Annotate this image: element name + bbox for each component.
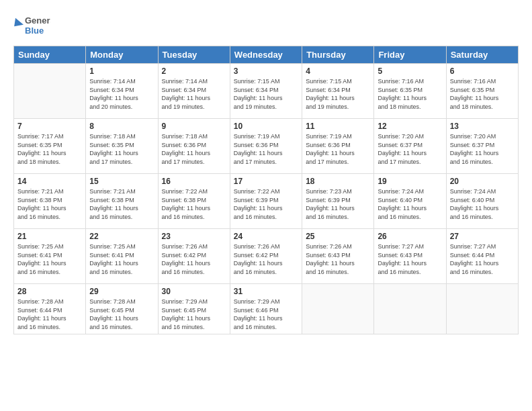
day-info: Sunrise: 7:23 AM Sunset: 6:39 PM Dayligh… [306, 187, 370, 221]
day-number: 31 [234, 287, 298, 296]
day-number: 16 [162, 177, 226, 186]
calendar-day-cell: 30Sunrise: 7:29 AM Sunset: 6:45 PM Dayli… [158, 284, 230, 334]
calendar-day-cell: 5Sunrise: 7:16 AM Sunset: 6:35 PM Daylig… [374, 64, 446, 119]
day-number: 26 [378, 232, 442, 241]
calendar-day-cell: 10Sunrise: 7:19 AM Sunset: 6:36 PM Dayli… [230, 119, 302, 174]
empty-cell [446, 284, 518, 334]
day-info: Sunrise: 7:26 AM Sunset: 6:42 PM Dayligh… [162, 242, 226, 276]
calendar-week-row: 21Sunrise: 7:25 AM Sunset: 6:41 PM Dayli… [14, 229, 519, 284]
day-number: 25 [306, 232, 370, 241]
day-info: Sunrise: 7:29 AM Sunset: 6:46 PM Dayligh… [234, 298, 298, 331]
logo: GeneralBlue [13, 12, 50, 38]
day-info: Sunrise: 7:29 AM Sunset: 6:45 PM Dayligh… [162, 298, 226, 331]
calendar-day-cell: 17Sunrise: 7:22 AM Sunset: 6:39 PM Dayli… [230, 174, 302, 229]
day-number: 18 [306, 177, 370, 186]
day-number: 2 [162, 66, 226, 76]
day-number: 13 [450, 122, 515, 131]
day-number: 30 [162, 287, 226, 296]
day-number: 15 [89, 177, 154, 186]
empty-cell [374, 284, 446, 334]
day-info: Sunrise: 7:24 AM Sunset: 6:40 PM Dayligh… [450, 187, 515, 221]
day-number: 28 [17, 287, 82, 296]
day-number: 20 [450, 177, 515, 186]
day-info: Sunrise: 7:28 AM Sunset: 6:44 PM Dayligh… [17, 298, 82, 331]
calendar-day-cell: 11Sunrise: 7:19 AM Sunset: 6:36 PM Dayli… [302, 119, 374, 174]
day-info: Sunrise: 7:18 AM Sunset: 6:36 PM Dayligh… [162, 132, 226, 166]
calendar-day-cell: 14Sunrise: 7:21 AM Sunset: 6:38 PM Dayli… [14, 174, 86, 229]
calendar-day-cell: 22Sunrise: 7:25 AM Sunset: 6:41 PM Dayli… [86, 229, 158, 284]
day-info: Sunrise: 7:21 AM Sunset: 6:38 PM Dayligh… [89, 187, 154, 221]
day-info: Sunrise: 7:18 AM Sunset: 6:35 PM Dayligh… [89, 132, 154, 166]
day-number: 23 [162, 232, 226, 241]
calendar-day-cell: 4Sunrise: 7:15 AM Sunset: 6:34 PM Daylig… [302, 64, 374, 119]
calendar-day-cell: 28Sunrise: 7:28 AM Sunset: 6:44 PM Dayli… [14, 284, 86, 334]
day-header-saturday: Saturday [446, 46, 518, 64]
day-number: 5 [378, 66, 442, 76]
calendar-day-cell: 26Sunrise: 7:27 AM Sunset: 6:43 PM Dayli… [374, 229, 446, 284]
calendar-day-cell: 19Sunrise: 7:24 AM Sunset: 6:40 PM Dayli… [374, 174, 446, 229]
day-info: Sunrise: 7:21 AM Sunset: 6:38 PM Dayligh… [17, 187, 82, 221]
day-info: Sunrise: 7:19 AM Sunset: 6:36 PM Dayligh… [306, 132, 370, 166]
calendar-day-cell: 20Sunrise: 7:24 AM Sunset: 6:40 PM Dayli… [446, 174, 518, 229]
day-header-wednesday: Wednesday [230, 46, 302, 64]
day-number: 22 [89, 232, 154, 241]
calendar-day-cell: 27Sunrise: 7:27 AM Sunset: 6:44 PM Dayli… [446, 229, 518, 284]
day-info: Sunrise: 7:26 AM Sunset: 6:43 PM Dayligh… [306, 242, 370, 276]
day-info: Sunrise: 7:28 AM Sunset: 6:45 PM Dayligh… [89, 298, 154, 331]
empty-cell [302, 284, 374, 334]
calendar-day-cell: 3Sunrise: 7:15 AM Sunset: 6:34 PM Daylig… [230, 64, 302, 119]
day-number: 27 [450, 232, 515, 241]
day-number: 1 [89, 66, 154, 76]
calendar-week-row: 7Sunrise: 7:17 AM Sunset: 6:35 PM Daylig… [14, 119, 519, 174]
day-info: Sunrise: 7:25 AM Sunset: 6:41 PM Dayligh… [17, 242, 82, 276]
day-number: 4 [306, 66, 370, 76]
calendar-day-cell: 25Sunrise: 7:26 AM Sunset: 6:43 PM Dayli… [302, 229, 374, 284]
day-number: 11 [306, 122, 370, 131]
calendar-day-cell: 31Sunrise: 7:29 AM Sunset: 6:46 PM Dayli… [230, 284, 302, 334]
day-number: 24 [234, 232, 298, 241]
day-info: Sunrise: 7:16 AM Sunset: 6:35 PM Dayligh… [378, 77, 442, 111]
page-container: GeneralBlue SundayMondayTuesdayWednesday… [0, 0, 532, 411]
calendar-table: SundayMondayTuesdayWednesdayThursdayFrid… [13, 46, 519, 334]
day-info: Sunrise: 7:15 AM Sunset: 6:34 PM Dayligh… [306, 77, 370, 111]
calendar-day-cell: 12Sunrise: 7:20 AM Sunset: 6:37 PM Dayli… [374, 119, 446, 174]
calendar-day-cell: 15Sunrise: 7:21 AM Sunset: 6:38 PM Dayli… [86, 174, 158, 229]
calendar-day-cell: 1Sunrise: 7:14 AM Sunset: 6:34 PM Daylig… [86, 64, 158, 119]
day-number: 14 [17, 177, 82, 186]
day-number: 10 [234, 122, 298, 131]
day-number: 3 [234, 66, 298, 76]
day-info: Sunrise: 7:14 AM Sunset: 6:34 PM Dayligh… [162, 77, 226, 111]
calendar-day-cell: 18Sunrise: 7:23 AM Sunset: 6:39 PM Dayli… [302, 174, 374, 229]
day-info: Sunrise: 7:20 AM Sunset: 6:37 PM Dayligh… [378, 132, 442, 166]
day-info: Sunrise: 7:17 AM Sunset: 6:35 PM Dayligh… [17, 132, 82, 166]
day-number: 17 [234, 177, 298, 186]
logo-svg: GeneralBlue [13, 12, 50, 38]
day-info: Sunrise: 7:15 AM Sunset: 6:34 PM Dayligh… [234, 77, 298, 111]
svg-marker-0 [13, 17, 24, 26]
svg-text:Blue: Blue [25, 26, 44, 36]
day-header-friday: Friday [374, 46, 446, 64]
day-number: 6 [450, 66, 515, 76]
header: GeneralBlue [13, 12, 519, 38]
calendar-day-cell: 9Sunrise: 7:18 AM Sunset: 6:36 PM Daylig… [158, 119, 230, 174]
day-info: Sunrise: 7:25 AM Sunset: 6:41 PM Dayligh… [89, 242, 154, 276]
day-info: Sunrise: 7:19 AM Sunset: 6:36 PM Dayligh… [234, 132, 298, 166]
calendar-day-cell: 6Sunrise: 7:16 AM Sunset: 6:35 PM Daylig… [446, 64, 518, 119]
calendar-day-cell: 21Sunrise: 7:25 AM Sunset: 6:41 PM Dayli… [14, 229, 86, 284]
day-header-tuesday: Tuesday [158, 46, 230, 64]
calendar-day-cell: 13Sunrise: 7:20 AM Sunset: 6:37 PM Dayli… [446, 119, 518, 174]
calendar-day-cell: 24Sunrise: 7:26 AM Sunset: 6:42 PM Dayli… [230, 229, 302, 284]
calendar-day-cell: 7Sunrise: 7:17 AM Sunset: 6:35 PM Daylig… [14, 119, 86, 174]
day-info: Sunrise: 7:22 AM Sunset: 6:38 PM Dayligh… [162, 187, 226, 221]
day-info: Sunrise: 7:24 AM Sunset: 6:40 PM Dayligh… [378, 187, 442, 221]
day-number: 8 [89, 122, 154, 131]
calendar-week-row: 14Sunrise: 7:21 AM Sunset: 6:38 PM Dayli… [14, 174, 519, 229]
day-info: Sunrise: 7:14 AM Sunset: 6:34 PM Dayligh… [89, 77, 154, 111]
day-number: 9 [162, 122, 226, 131]
day-number: 12 [378, 122, 442, 131]
svg-text:General: General [25, 15, 50, 26]
calendar-day-cell: 23Sunrise: 7:26 AM Sunset: 6:42 PM Dayli… [158, 229, 230, 284]
calendar-day-cell: 2Sunrise: 7:14 AM Sunset: 6:34 PM Daylig… [158, 64, 230, 119]
day-info: Sunrise: 7:20 AM Sunset: 6:37 PM Dayligh… [450, 132, 515, 166]
calendar-day-cell: 29Sunrise: 7:28 AM Sunset: 6:45 PM Dayli… [86, 284, 158, 334]
